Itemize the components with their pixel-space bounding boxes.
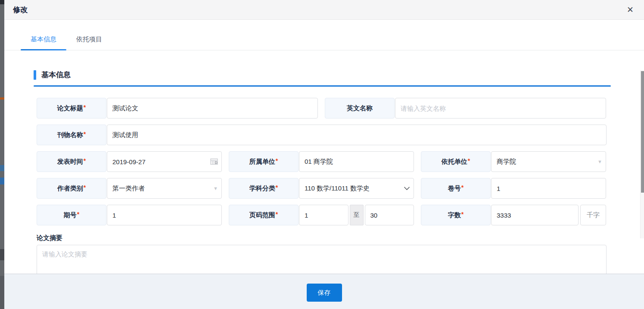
page-range-from-input[interactable] — [299, 205, 348, 225]
section-title: 基本信息 — [41, 70, 71, 80]
word-count-input[interactable] — [491, 205, 579, 225]
field-issue: 期号* — [37, 205, 222, 225]
required-mark: * — [461, 184, 464, 190]
journal-name-label: 刊物名称* — [37, 125, 106, 145]
subject-classification-label: 学科分类* — [229, 178, 299, 199]
author-category-select[interactable]: ▼ — [107, 178, 222, 199]
form-area: 论文标题* 英文名称 刊物名称* — [37, 98, 607, 225]
abstract-textarea[interactable] — [37, 245, 607, 274]
required-mark: * — [276, 211, 278, 217]
author-category-label: 作者类别* — [37, 178, 106, 199]
paper-title-input[interactable] — [107, 98, 318, 119]
required-mark: * — [84, 131, 86, 137]
affiliated-unit-input[interactable] — [299, 151, 414, 172]
required-mark: * — [276, 158, 278, 164]
field-word-count: 字数* 千字 — [421, 205, 606, 225]
field-journal-name: 刊物名称* — [37, 125, 607, 145]
page-range-label: 页码范围* — [229, 205, 299, 225]
affiliated-unit-label: 所属单位* — [229, 151, 299, 172]
abstract-label: 论文摘要 — [37, 234, 644, 242]
field-subject-classification: 学科分类* — [229, 178, 414, 199]
field-english-name: 英文名称 — [325, 98, 606, 119]
field-publish-date: 发表时间* — [37, 151, 222, 172]
required-mark: * — [461, 211, 464, 217]
author-category-value[interactable] — [107, 178, 222, 199]
required-mark: * — [276, 184, 278, 190]
section-divider — [34, 85, 611, 87]
supporting-unit-label: 依托单位* — [421, 151, 491, 172]
word-count-unit: 千字 — [580, 205, 606, 225]
section-accent-bar — [34, 70, 36, 80]
page-range-to-input[interactable] — [365, 205, 414, 225]
field-author-category: 作者类别* ▼ — [37, 178, 222, 199]
section-header: 基本信息 — [34, 70, 644, 80]
required-mark: * — [468, 158, 470, 164]
required-mark: * — [77, 211, 79, 217]
tab-supporting-project[interactable]: 依托项目 — [66, 35, 112, 50]
modal-body: 基本信息 论文标题* 英文名称 — [4, 50, 644, 274]
english-name-label: 英文名称 — [325, 98, 395, 119]
background-page-strip — [0, 0, 4, 309]
subject-classification-value[interactable] — [299, 178, 414, 199]
field-paper-title: 论文标题* — [37, 98, 318, 119]
english-name-input[interactable] — [395, 98, 606, 119]
field-volume: 卷号* — [421, 178, 606, 199]
required-mark: * — [84, 184, 86, 190]
scrollbar-thumb[interactable] — [641, 71, 644, 193]
field-supporting-unit: 依托单位* ▼ — [421, 151, 606, 172]
required-mark: * — [84, 104, 86, 110]
page-range-separator: 至 — [350, 205, 364, 225]
modal-header: 修改 ✕ — [4, 0, 644, 20]
paper-title-label: 论文标题* — [37, 98, 106, 119]
supporting-unit-select[interactable]: ▼ — [491, 151, 606, 172]
supporting-unit-value[interactable] — [491, 151, 606, 172]
journal-name-input[interactable] — [107, 125, 607, 145]
word-count-label: 字数* — [421, 205, 491, 225]
modal-title: 修改 — [13, 5, 28, 15]
save-button[interactable]: 保存 — [307, 284, 342, 302]
close-icon[interactable]: ✕ — [627, 6, 634, 14]
scrollbar-track[interactable] — [640, 70, 644, 238]
publish-date-label: 发表时间* — [37, 151, 106, 172]
volume-input[interactable] — [491, 178, 606, 199]
field-affiliated-unit: 所属单位* — [229, 151, 414, 172]
required-mark: * — [84, 158, 86, 164]
field-page-range: 页码范围* 至 — [229, 205, 414, 225]
issue-label: 期号* — [37, 205, 106, 225]
subject-classification-select[interactable] — [299, 178, 414, 199]
tab-basic-info[interactable]: 基本信息 — [21, 35, 66, 50]
edit-modal: 修改 ✕ 基本信息 依托项目 基本信息 论文标题* 英文名称 — [4, 0, 644, 309]
volume-label: 卷号* — [421, 178, 491, 199]
tab-bar: 基本信息 依托项目 — [4, 20, 644, 50]
publish-date-input[interactable] — [107, 151, 222, 172]
modal-footer: 保存 — [4, 274, 644, 309]
issue-input[interactable] — [107, 205, 222, 225]
